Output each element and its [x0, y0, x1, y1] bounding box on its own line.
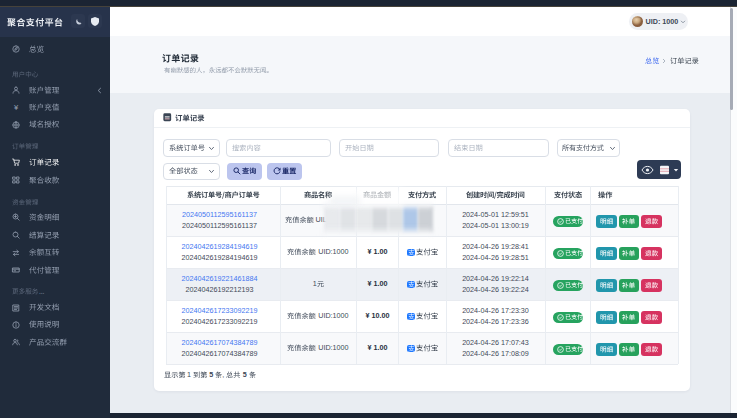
svg-text:¥: ¥: [14, 103, 19, 112]
